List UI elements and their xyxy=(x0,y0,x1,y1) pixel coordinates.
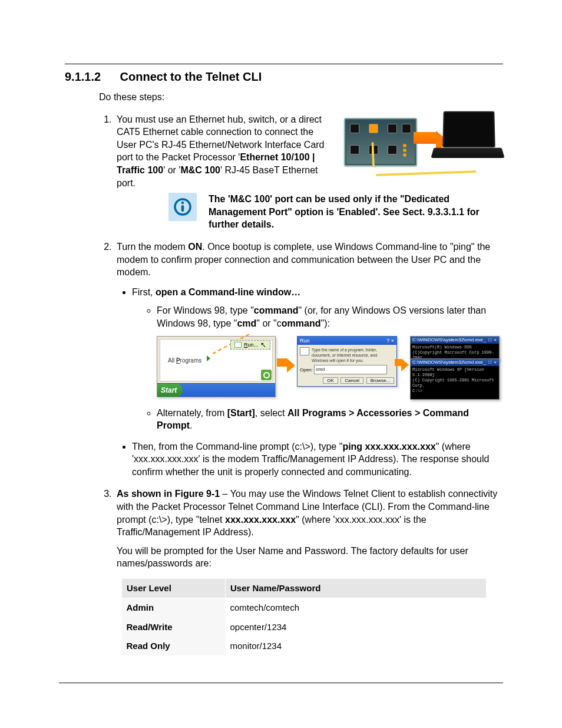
section-heading: 9.1.1.2 Connect to the Telnet CLI xyxy=(65,69,503,85)
table-header-cred: User Name/Password xyxy=(226,579,487,598)
laptop-icon xyxy=(432,111,503,170)
start-menu-icon: All Programs Run... ↖ xyxy=(157,336,276,397)
arrow-icon xyxy=(395,358,409,371)
step3-p2: You will be prompted for the User Name a… xyxy=(117,545,503,570)
step2-sub-1: For Windows 98, type "command" (or, for … xyxy=(157,304,503,399)
cmd-window-icon: C:\WINDOWS\system32\cmd.exe_ □ × Microso… xyxy=(410,358,500,400)
credentials-table: User Level User Name/Password Admin comt… xyxy=(121,578,487,655)
intro-text: Do these steps: xyxy=(99,91,503,104)
step-3: As shown in Figure 9-1 – You may use the… xyxy=(114,487,503,655)
step2-sub-2: Alternately, from [Start], select All Pr… xyxy=(157,407,503,432)
browse-button-icon: Browse... xyxy=(366,377,394,384)
cmd-window-icon: C:\WINDOWS\system32\cmd.exe_ □ × Microso… xyxy=(410,336,500,361)
svg-point-1 xyxy=(181,202,184,205)
table-row: Read/Write opcenter/1234 xyxy=(122,618,487,637)
step-1-text: You must use an Ethernet hub, switch, or… xyxy=(117,113,333,190)
step2-bullet-1: First, open a Command-line window… For W… xyxy=(132,286,503,432)
connection-figure xyxy=(344,111,503,176)
info-icon xyxy=(168,193,197,221)
commandline-figure: All Programs Run... ↖ xyxy=(157,336,498,400)
table-header-level: User Level xyxy=(122,579,226,598)
run-open-input xyxy=(314,365,387,374)
document-page: 9.1.1.2 Connect to the Telnet CLI Do the… xyxy=(0,0,562,728)
cancel-button-icon: Cancel xyxy=(340,377,363,384)
section-title: Connect to the Telnet CLI xyxy=(120,70,262,83)
steps-list: You must use an Ethernet hub, switch, or… xyxy=(99,113,503,655)
search-icon xyxy=(261,370,272,380)
top-divider xyxy=(65,64,503,64)
table-row: Admin comtech/comtech xyxy=(122,598,487,618)
run-dialog-icon: Run? × Type the name of a program, folde… xyxy=(297,336,397,387)
taskbar-icon: Start xyxy=(157,383,275,397)
step-2: Turn the modem ON. Once bootup is comple… xyxy=(114,241,503,479)
svg-rect-2 xyxy=(181,205,184,212)
bottom-divider xyxy=(59,683,503,683)
section-number: 9.1.1.2 xyxy=(65,69,117,85)
run-menu-item: Run... ↖ xyxy=(230,340,270,350)
table-row: Read Only monitor/1234 xyxy=(122,637,487,655)
arrow-icon xyxy=(277,358,295,373)
ok-button-icon: OK xyxy=(323,377,338,384)
step-1: You must use an Ethernet hub, switch, or… xyxy=(114,113,503,231)
step2-bullet-2: Then, from the Command-line prompt (c:\>… xyxy=(132,440,503,479)
note-block: The 'M&C 100' port can be used only if t… xyxy=(168,193,503,231)
note-text: The 'M&C 100' port can be used only if t… xyxy=(209,193,503,231)
start-button-icon: Start xyxy=(157,384,183,397)
